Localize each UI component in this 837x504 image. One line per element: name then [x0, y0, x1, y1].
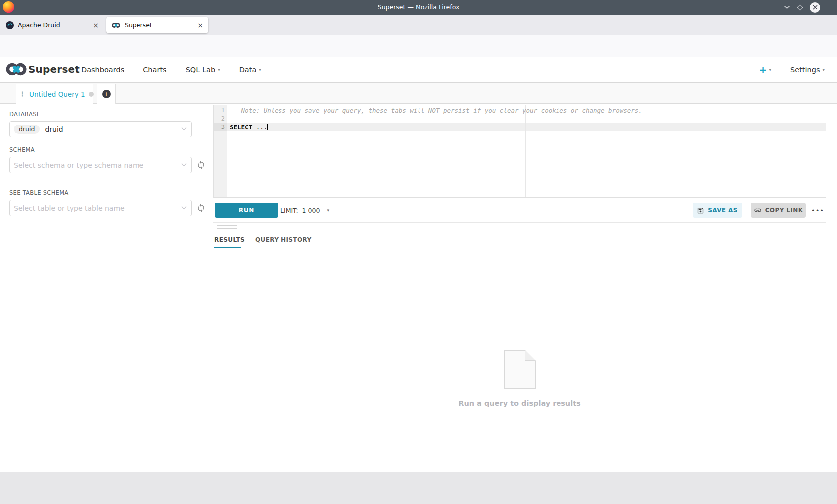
chevron-down-icon — [181, 127, 187, 131]
chevron-down-icon: ▾ — [327, 208, 329, 213]
line-number: 1 — [214, 106, 227, 115]
schema-label: SCHEMA — [9, 146, 35, 153]
schema-select[interactable]: Select schema or type schema name — [9, 157, 192, 173]
limit-label: LIMIT: — [280, 207, 298, 214]
query-tab-label: Untitled Query 1 — [29, 90, 85, 98]
superset-logo-icon — [5, 62, 28, 77]
save-as-label: SAVE AS — [708, 207, 738, 214]
database-select[interactable]: druid druid — [9, 121, 192, 137]
window-bottom-band — [0, 472, 837, 504]
database-tag: druid — [14, 125, 40, 134]
sql-keyword: SELECT — [230, 124, 252, 131]
table-placeholder: Select table or type table name — [14, 204, 125, 212]
print-margin-line — [525, 105, 526, 197]
editor-toolbar: RUN LIMIT: 1 000 ▾ SAVE AS COPY LINK ••• — [213, 198, 826, 223]
window-titlebar: Superset — Mozilla Firefox — [0, 0, 837, 15]
left-panel-divider — [9, 181, 202, 181]
nav-item-charts[interactable]: Charts — [143, 66, 166, 74]
browser-tab-bar: Apache Druid × Superset × + — [0, 15, 837, 35]
line-number: 2 — [214, 115, 227, 123]
plus-circle-icon: + — [102, 90, 111, 98]
table-select[interactable]: Select table or type table name — [9, 200, 192, 216]
text-cursor — [267, 124, 268, 130]
schema-placeholder: Select schema or type schema name — [14, 161, 143, 169]
empty-results-message: Run a query to display results — [213, 399, 826, 407]
database-value: druid — [45, 126, 63, 133]
superset-navbar: Superset Dashboards Charts SQL Lab▾ Data… — [0, 57, 837, 83]
new-object-button[interactable]: +▾ — [759, 64, 771, 75]
add-query-tab-button[interactable]: + — [97, 84, 116, 104]
results-tab-bar: RESULTS QUERY HISTORY — [213, 229, 826, 248]
refresh-schema-icon[interactable] — [195, 159, 206, 170]
query-tab-strip: ⋮ Untitled Query 1 × + — [0, 83, 837, 104]
nav-item-data[interactable]: Data▾ — [239, 66, 261, 74]
query-tab-untitled[interactable]: ⋮ Untitled Query 1 × — [16, 84, 93, 104]
limit-dropdown[interactable]: LIMIT: 1 000 ▾ — [280, 198, 329, 223]
chevron-down-icon: ▾ — [822, 67, 825, 72]
window-title: Superset — Mozilla Firefox — [0, 0, 837, 15]
pane-divider — [211, 104, 211, 225]
chevron-down-icon: ▾ — [259, 67, 261, 72]
unsaved-state-dot — [89, 92, 94, 97]
browser-tab-apache-druid[interactable]: Apache Druid × — [1, 17, 104, 33]
settings-menu[interactable]: Settings▾ — [790, 66, 825, 74]
editor-gutter: 1 2 3 — [214, 105, 227, 197]
pane-resize-handle[interactable] — [217, 225, 237, 229]
tab-query-history[interactable]: QUERY HISTORY — [255, 236, 312, 243]
save-icon — [697, 207, 704, 214]
window-maximize-icon[interactable] — [797, 4, 803, 11]
table-schema-label: SEE TABLE SCHEMA — [9, 189, 69, 196]
active-tab-underline — [214, 247, 241, 248]
copy-link-label: COPY LINK — [765, 207, 803, 214]
run-button[interactable]: RUN — [215, 203, 278, 218]
chevron-down-icon — [181, 163, 187, 167]
editor-comment-line: -- Note: Unless you save your query, the… — [227, 106, 826, 115]
nav-item-sql-lab[interactable]: SQL Lab▾ — [186, 66, 220, 74]
drag-handle-icon[interactable]: ⋮ — [19, 91, 26, 97]
tab-close-icon[interactable]: × — [91, 20, 101, 30]
database-label: DATABASE — [9, 111, 40, 118]
sql-editor[interactable]: 1 2 3 -- Note: Unless you save your quer… — [213, 105, 826, 198]
tab-close-icon[interactable]: × — [195, 20, 205, 30]
chevron-down-icon — [181, 206, 187, 210]
limit-value: 1 000 — [302, 207, 320, 214]
superset-brand: Superset — [28, 63, 80, 75]
tab-label: Apache Druid — [18, 21, 91, 29]
apache-druid-favicon — [6, 21, 14, 29]
tab-results[interactable]: RESULTS — [214, 236, 245, 243]
chevron-down-icon: ▾ — [769, 67, 771, 72]
link-icon — [754, 206, 762, 214]
save-as-button[interactable]: SAVE AS — [693, 203, 742, 218]
window-minimize-icon[interactable] — [784, 5, 790, 9]
chevron-down-icon: ▾ — [218, 67, 220, 72]
window-close-icon[interactable] — [810, 2, 820, 13]
tab-label: Superset — [125, 21, 195, 29]
nav-item-dashboards[interactable]: Dashboards — [81, 66, 124, 74]
more-actions-button[interactable]: ••• — [810, 203, 826, 218]
superset-favicon — [111, 22, 121, 28]
line-number: 3 — [214, 123, 227, 131]
copy-link-button[interactable]: COPY LINK — [751, 203, 806, 218]
browser-tab-superset[interactable]: Superset × — [106, 17, 208, 33]
document-icon — [504, 350, 536, 389]
sql-code: ... — [252, 124, 267, 131]
results-empty-state: Run a query to display results — [213, 350, 826, 407]
editor-code-line: SELECT ... — [227, 123, 826, 131]
browser-toolbar: ← → 172.18.0.4:32251/superset/sqllab/ ☆ — [0, 35, 837, 57]
refresh-table-icon[interactable] — [195, 202, 206, 213]
